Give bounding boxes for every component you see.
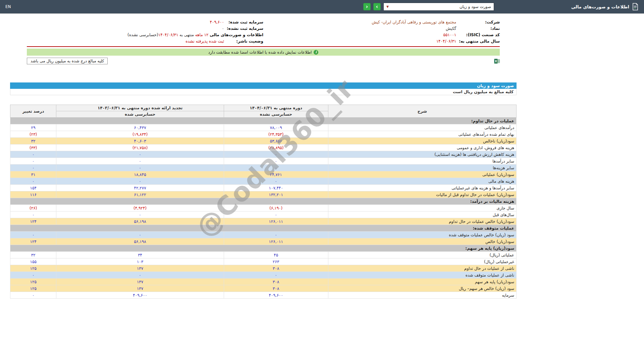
- statement-table-body: عملیات در حال تداوم:درآمدهای عملیاتی۷۸,۰…: [10, 118, 517, 299]
- row-value-change: (۲۳): [10, 131, 56, 138]
- table-row: ناشی از عملیات متوقف شده۰۰۰: [10, 272, 517, 279]
- report-document-icon[interactable]: [632, 3, 639, 11]
- company-name-value: مجتمع های توریستی و رفاهی آبادگران ایران…: [263, 19, 456, 25]
- row-value-change: ۰: [10, 178, 56, 185]
- row-value-current: (۲۸,۸۹۵): [224, 144, 328, 151]
- row-value-prior: (۲۱,۷۵۸): [56, 144, 224, 151]
- row-value-change: ۱۲۴: [10, 218, 56, 225]
- row-value-prior: ۱۳۷: [56, 279, 224, 285]
- row-value-change: ۱۲۵: [10, 279, 56, 285]
- report-type-select[interactable]: صورت سود و زیان ▼: [383, 3, 494, 11]
- row-value-current: ۴۰۹,۶۰۰: [224, 292, 328, 299]
- row-value-current: ۱۰۷,۴۴۰: [224, 185, 328, 191]
- row-value-current: ۳۰۸: [224, 285, 328, 292]
- column-header-description: شرح: [328, 105, 516, 118]
- section-row: عملیات متوقف شده:: [10, 225, 517, 232]
- row-value-current: ۲۴,۷۶۱: [224, 171, 328, 178]
- excel-export-icon[interactable]: X: [494, 58, 500, 64]
- row-value-current: (۶,۱۹۰): [224, 205, 328, 212]
- row-value-prior: ۵۶,۱۹۸: [56, 218, 224, 225]
- row-label: سایر درآمدها و هزینه های غیرعملیاتی: [328, 185, 516, 191]
- column-subheader-audited: حسابرسی شده: [56, 111, 224, 118]
- row-label: بهای تمام شده درآمدهای عملیاتی: [328, 131, 516, 138]
- section-label: سود(زیان) پایه هر سهم:: [10, 245, 517, 252]
- section-row: هزینه مالیات بر درآمد:: [10, 198, 517, 205]
- table-row: سال جاری(۶,۱۹۰)(۴,۹۲۴)(۲۶): [10, 205, 517, 212]
- row-value-prior: ۵۶,۱۹۸: [56, 238, 224, 245]
- table-row: سال‌های قبل۰۰۰: [10, 212, 517, 218]
- row-value-prior: ۰: [56, 272, 224, 279]
- table-row: سود (زیان) خالص عملیات متوقف شده۰۰۰: [10, 232, 517, 238]
- row-value-prior: (۱۹,۸۳۴): [56, 131, 224, 138]
- row-value-prior: ۰: [56, 158, 224, 165]
- amounts-unit-note: کلیه مبالغ درج شده به میلیون ریال می باش…: [27, 58, 108, 64]
- registered-capital-value: ۴۰۹,۶۰۰: [27, 19, 224, 25]
- signed-data-notice: i اطلاعات نمایش داده شده با اطلاعات امضا…: [27, 49, 500, 56]
- row-value-change: ۲۹: [10, 124, 56, 131]
- row-label: سود(زیان) خالص عملیات در حال تداوم: [328, 218, 516, 225]
- row-value-prior: ۱۰۳: [56, 258, 224, 265]
- row-label: سایر درآمدها: [328, 158, 516, 165]
- note-row: X کلیه مبالغ درج شده به میلیون ریال می ب…: [27, 58, 500, 64]
- row-value-prior: ۰: [56, 212, 224, 218]
- table-row: درآمدهای عملیاتی۷۸,۰۰۹۶۰,۴۳۷۲۹: [10, 124, 517, 131]
- row-value-current: ۰: [224, 212, 328, 218]
- table-row: سود(زیان) عملیات در حال تداوم قبل از مال…: [10, 191, 517, 198]
- isic-label: کد صنعت (ISIC):: [456, 32, 500, 38]
- row-value-current: ۳۰۸: [224, 265, 328, 272]
- statement-title-bar: صورت سود و زیان: [10, 82, 517, 89]
- table-row: غیرعملیاتی (ریال)۲۶۳۱۰۳۱۵۵: [10, 258, 517, 265]
- row-value-current: ۰: [224, 158, 328, 165]
- table-row: سود (زیان) خالص هر سهم– ریال۳۰۸۱۳۷۱۲۵: [10, 285, 517, 292]
- row-value-change: (۳۳): [10, 144, 56, 151]
- income-statement-table: شرح دوره منتهی به ۱۴۰۴/۰۶/۳۱ تجدید ارائه…: [10, 105, 517, 299]
- row-value-change: ۰: [10, 151, 56, 158]
- row-value-prior: ۱۳۷: [56, 265, 224, 272]
- next-period-button[interactable]: ›: [373, 3, 381, 10]
- svg-text:X: X: [495, 59, 497, 63]
- row-label: سایر هزینه‌ها: [328, 165, 516, 171]
- row-value-current: ۵۳,۶۵۶: [224, 138, 328, 144]
- row-value-change: ۰: [10, 165, 56, 171]
- row-value-change: (۲۶): [10, 205, 56, 212]
- period-mid-text: منتهی به: [179, 33, 194, 37]
- red-divider: [27, 46, 500, 47]
- company-info-section: شرکت: مجتمع های توریستی و رفاهی آبادگران…: [27, 19, 500, 44]
- symbol-value: گکیش: [263, 25, 456, 32]
- row-label: سال‌های قبل: [328, 212, 516, 218]
- section-row: سود(زیان) پایه هر سهم:: [10, 245, 517, 252]
- row-value-current: ۰: [224, 178, 328, 185]
- period-date: ۱۴۰۴/۰۶/۳۱: [158, 33, 178, 37]
- row-value-change: ۱۱۶: [10, 191, 56, 198]
- row-value-current: ۷۸,۰۰۹: [224, 124, 328, 131]
- row-value-prior: ۶۰,۴۳۷: [56, 124, 224, 131]
- capital-status-table: سرمایه ثبت شده: ۴۰۹,۶۰۰ سرمایه ثبت نشده:…: [27, 19, 263, 44]
- language-toggle[interactable]: EN: [5, 4, 11, 9]
- row-label: درآمدهای عملیاتی: [328, 124, 516, 131]
- period-months: ۱۲ ماهه: [195, 33, 209, 37]
- fiscal-year-label: سال مالی منتهی به:: [456, 38, 500, 44]
- row-value-change: ۳۲: [10, 252, 56, 258]
- row-value-prior: (۴,۹۲۴): [56, 205, 224, 212]
- unregistered-capital-label: سرمایه ثبت نشده:: [224, 25, 263, 32]
- top-navigation-bar: اطلاعات و صورت‌های مالی صورت سود و زیان …: [0, 0, 644, 13]
- statement-unit-note: کلیه مبالغ به میلیون ریال است: [10, 89, 517, 95]
- column-header-change-percent: درصد تغییر: [10, 105, 56, 118]
- row-value-change: ۱۵۴: [10, 185, 56, 191]
- row-label: ناشی از عملیات متوقف شده: [328, 272, 516, 279]
- table-row: سود(زیان) عملیاتی۲۴,۷۶۱۱۸,۸۴۵۳۱: [10, 171, 517, 178]
- row-label: هزینه های مالی: [328, 178, 516, 185]
- row-value-prior: ۴۰,۶۰۳: [56, 138, 224, 144]
- prev-period-button[interactable]: ‹: [363, 3, 371, 10]
- row-value-current: ۰: [224, 272, 328, 279]
- chevron-down-icon: ▼: [386, 5, 389, 8]
- row-value-current: ۰: [224, 165, 328, 171]
- row-value-current: ۰: [224, 232, 328, 238]
- row-value-prior: ۴۲,۲۷۷: [56, 185, 224, 191]
- table-row: هزینه کاهش ارزش دریافتنی ها (هزینه استثن…: [10, 151, 517, 158]
- publisher-status-label: وضعیت ناشر:: [224, 38, 263, 44]
- section-label: عملیات در حال تداوم:: [10, 118, 517, 124]
- table-row: سود(زیان) خالص عملیات در حال تداوم۱۲۶,۰۱…: [10, 218, 517, 225]
- row-value-prior: ۰: [56, 165, 224, 171]
- table-row: هزینه های فروش، اداری و عمومی(۲۸,۸۹۵)(۲۱…: [10, 144, 517, 151]
